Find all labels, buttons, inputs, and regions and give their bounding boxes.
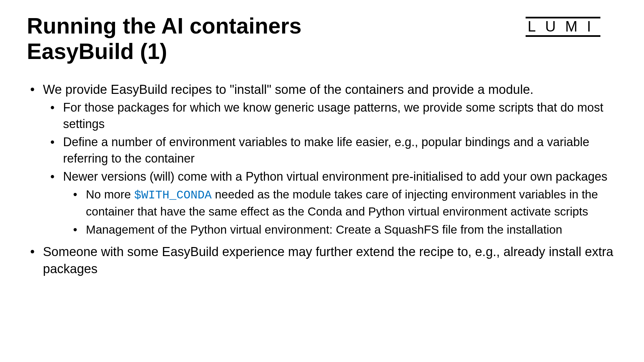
bullet-text: Newer versions (will) come with a Python… [63, 170, 607, 183]
lumi-logo: LUMI [526, 17, 600, 37]
list-item: Newer versions (will) come with a Python… [43, 169, 617, 237]
bullet-text: Define a number of environment variables… [63, 135, 589, 165]
bullet-text: Someone with some EasyBuild experience m… [43, 245, 613, 276]
title-block: Running the AI containers EasyBuild (1) [27, 13, 302, 64]
bullet-list-lvl2: For those packages for which we know gen… [43, 100, 617, 237]
list-item: We provide EasyBuild recipes to "install… [27, 81, 617, 237]
bullet-text-pre: No more [86, 188, 134, 201]
list-item: No more $WITH_CONDA needed as the module… [63, 186, 617, 220]
title-line2: EasyBuild (1) [27, 39, 302, 64]
title-line1: Running the AI containers [27, 13, 302, 39]
bullet-list-lvl1: We provide EasyBuild recipes to "install… [27, 81, 617, 278]
header: Running the AI containers EasyBuild (1) … [27, 13, 617, 64]
bullet-text: For those packages for which we know gen… [63, 101, 603, 131]
bullet-text: Management of the Python virtual environ… [86, 223, 562, 236]
slide-body: We provide EasyBuild recipes to "install… [27, 81, 617, 278]
bullet-list-lvl3: No more $WITH_CONDA needed as the module… [63, 186, 617, 237]
bullet-text: We provide EasyBuild recipes to "install… [43, 82, 534, 97]
list-item: Management of the Python virtual environ… [63, 222, 617, 237]
list-item: Someone with some EasyBuild experience m… [27, 243, 617, 278]
list-item: Define a number of environment variables… [43, 134, 617, 167]
list-item: For those packages for which we know gen… [43, 100, 617, 132]
code-env-var: $WITH_CONDA [134, 189, 212, 202]
slide: Running the AI containers EasyBuild (1) … [0, 0, 644, 362]
